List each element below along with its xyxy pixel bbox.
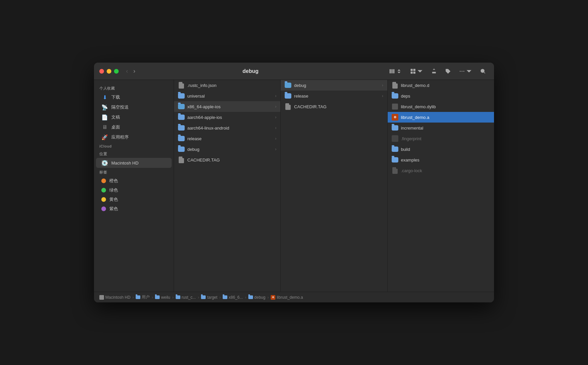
folder-file-icon (178, 135, 185, 142)
doc-file-icon (285, 103, 291, 110)
statusbar-weilu[interactable]: weilu (155, 295, 170, 300)
list-item[interactable]: .rustc_info.json (174, 80, 280, 91)
statusbar-folder-icon (248, 295, 253, 299)
section-title-favorites: 个人收藏 (94, 84, 174, 92)
statusbar-rust[interactable]: rust_c... (176, 295, 196, 300)
view-toggle-button[interactable] (386, 67, 405, 76)
sidebar-label-applications: 应用程序 (111, 134, 129, 140)
sidebar-label-orange: 橙色 (109, 178, 118, 184)
chevron-icon: › (275, 94, 276, 98)
chevron-icon: › (275, 126, 276, 130)
desktop-icon: 🖥 (101, 124, 108, 131)
share-icon (431, 68, 437, 74)
statusbar-librust[interactable]: ⚙ librust_demo.a (271, 295, 303, 300)
share-button[interactable] (428, 67, 440, 76)
statusbar-hd-icon (99, 295, 104, 300)
folder-file-icon (392, 146, 398, 153)
list-item[interactable]: x86_64-apple-ios › (174, 101, 280, 112)
sidebar-item-documents[interactable]: 📄 文稿 (96, 112, 172, 122)
list-item[interactable]: CACHEDIR.TAG (174, 155, 280, 165)
list-item[interactable]: release › (174, 133, 280, 144)
fingerprint-file-icon (392, 135, 398, 142)
folder-file-icon (178, 93, 185, 99)
tag-button[interactable] (442, 67, 454, 76)
statusbar-debug[interactable]: debug (248, 295, 265, 300)
sidebar-item-airdrop[interactable]: 📡 隔空投送 (96, 102, 172, 112)
list-item[interactable]: aarch64-linux-android › (174, 123, 280, 133)
list-item[interactable]: deps (388, 91, 494, 101)
chevron-icon: › (382, 83, 383, 88)
sidebar-label-purple: 紫色 (109, 206, 118, 212)
chevron-icon: › (275, 115, 276, 120)
more-button[interactable] (456, 67, 475, 76)
statusbar-folder-icon (201, 295, 206, 299)
list-item[interactable]: debug › (281, 80, 387, 91)
list-item[interactable]: ⚙ librust_demo.a (388, 112, 494, 123)
list-item[interactable]: librust_demo.d (388, 80, 494, 91)
list-item[interactable]: examples (388, 155, 494, 165)
grid-view-button[interactable] (407, 67, 426, 76)
titlebar: ‹ › debug (94, 63, 494, 80)
folder-file-icon (392, 157, 398, 163)
airdrop-icon: 📡 (101, 104, 108, 111)
section-title-icloud: iCloud (94, 142, 174, 150)
minimize-button[interactable] (107, 69, 111, 74)
sidebar-item-purple[interactable]: 紫色 (96, 204, 172, 213)
sidebar-item-applications[interactable]: 🚀 应用程序 (96, 132, 172, 142)
finder-window: ‹ › debug (94, 63, 494, 302)
statusbar-users[interactable]: 用户 (136, 294, 150, 300)
sidebar-label-green: 绿色 (109, 187, 118, 193)
sidebar-item-desktop[interactable]: 🖥 桌面 (96, 122, 172, 132)
list-item[interactable]: incremental (388, 123, 494, 133)
sidebar-item-green[interactable]: 绿色 (96, 185, 172, 195)
section-title-tags: 标签 (94, 168, 174, 176)
folder-file-icon (178, 146, 185, 153)
list-item[interactable]: universal › (174, 91, 280, 101)
list-item[interactable]: build (388, 144, 494, 155)
document-icon: 📄 (101, 114, 108, 121)
svg-rect-6 (413, 71, 415, 73)
search-button[interactable] (477, 67, 489, 76)
folder-file-icon (392, 125, 398, 131)
statusbar-folder-icon (176, 295, 180, 299)
svg-rect-3 (411, 69, 413, 71)
statusbar-hd[interactable]: Macintosh HD (99, 295, 130, 300)
column-3: librust_demo.d deps librust_demo.dylib ⚙ (388, 80, 494, 292)
list-item[interactable]: debug › (174, 144, 280, 155)
list-item[interactable]: release › (281, 91, 387, 101)
list-item[interactable]: librust_demo.dylib (388, 101, 494, 112)
sidebar-item-orange[interactable]: 橙色 (96, 176, 172, 185)
chevron-icon: › (382, 94, 383, 98)
green-tag-dot (101, 188, 106, 192)
tag-icon (445, 68, 451, 74)
rust-file-icon: ⚙ (392, 114, 398, 121)
folder-file-icon (392, 93, 398, 99)
chevron-icon: › (275, 147, 276, 152)
grid-chevron-icon (417, 68, 423, 74)
statusbar-x86[interactable]: x86_6... (223, 295, 243, 300)
doc-file-icon (392, 167, 398, 174)
statusbar-target[interactable]: target (201, 295, 217, 300)
doc-file-icon (178, 157, 185, 163)
sidebar: 个人收藏 ⬇ 下载 📡 隔空投送 📄 文稿 🖥 桌面 🚀 应用程序 (94, 80, 174, 292)
list-item[interactable]: .cargo-lock (388, 165, 494, 176)
sidebar-label-downloads: 下载 (111, 94, 120, 100)
sidebar-item-macintosh-hd[interactable]: 💽 Macintosh HD (96, 158, 172, 168)
window-title: debug (115, 68, 386, 74)
statusbar-folder-icon (136, 295, 140, 299)
sidebar-item-yellow[interactable]: 黄色 (96, 195, 172, 204)
svg-point-8 (460, 71, 461, 72)
list-item[interactable]: .fingerprint (388, 133, 494, 144)
download-icon: ⬇ (101, 94, 108, 101)
main-content: 个人收藏 ⬇ 下载 📡 隔空投送 📄 文稿 🖥 桌面 🚀 应用程序 (94, 80, 494, 292)
dylib-file-icon (392, 103, 398, 110)
list-item[interactable]: aarch64-apple-ios › (174, 112, 280, 123)
chevron-icon: › (275, 136, 276, 141)
sidebar-label-macintosh-hd: Macintosh HD (111, 161, 139, 166)
statusbar-rust-icon: ⚙ (271, 295, 275, 300)
close-button[interactable] (99, 69, 104, 74)
hd-icon: 💽 (101, 160, 108, 166)
statusbar-folder-icon (155, 295, 160, 299)
list-item[interactable]: CACHEDIR.TAG (281, 101, 387, 112)
sidebar-item-downloads[interactable]: ⬇ 下载 (96, 92, 172, 102)
